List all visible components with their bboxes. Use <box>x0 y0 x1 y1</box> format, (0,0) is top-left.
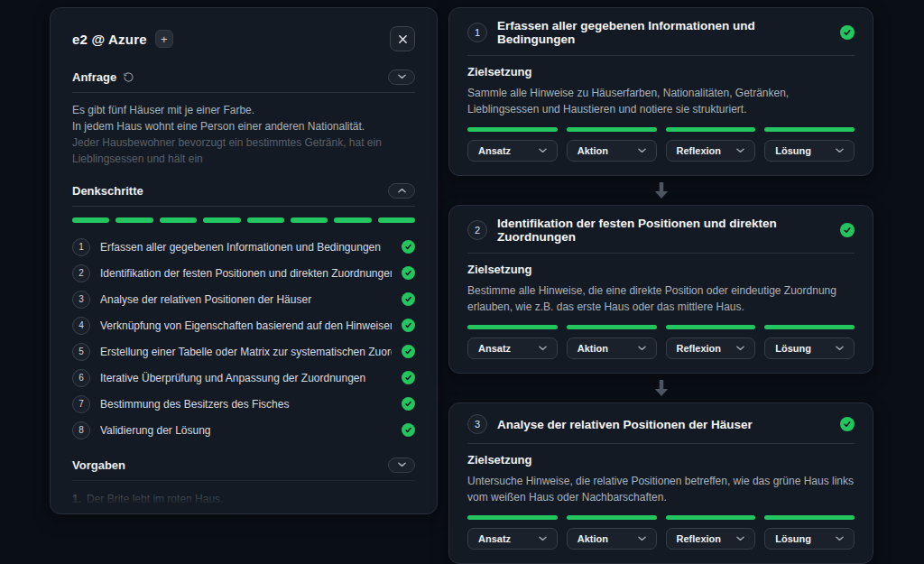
progress-bars <box>467 127 855 132</box>
progress-bar <box>666 127 756 132</box>
card-title: Erfassen aller gegebenen Informationen u… <box>497 19 830 46</box>
progress-bar <box>467 325 558 329</box>
goal-heading: Zielsetzung <box>467 453 855 467</box>
step-row: 5 Erstellung einer Tabelle oder Matrix z… <box>72 338 415 365</box>
progress-bar <box>567 127 657 132</box>
dropdown-row: Ansatz Aktion Reflexion Lösung <box>467 337 855 359</box>
dropdown-row: Ansatz Aktion Reflexion Lösung <box>467 140 855 162</box>
divider <box>72 480 415 481</box>
panel-title: e2 @ Azure <box>72 32 147 47</box>
dropdown-label: Reflexion <box>677 533 722 544</box>
chevron-down-icon <box>736 536 744 541</box>
progress-segment <box>160 217 197 223</box>
dropdown-reflexion[interactable]: Reflexion <box>666 140 756 162</box>
denkschritte-section: Denkschritte 1 Erfassen <box>72 181 415 443</box>
step-number: 7 <box>72 395 90 413</box>
dropdown-aktion[interactable]: Aktion <box>567 337 657 359</box>
progress-bar <box>666 325 756 329</box>
denkschritte-heading: Denkschritte <box>72 184 143 198</box>
anfrage-heading: Anfrage <box>72 70 116 84</box>
step-card-3: 3 Analyse der relativen Positionen der H… <box>448 402 873 564</box>
dropdown-loesung[interactable]: Lösung <box>764 337 855 359</box>
check-icon <box>402 345 415 358</box>
page: e2 @ Azure + Anfrage Es gibt fünf Häuser… <box>0 0 924 564</box>
divider <box>467 55 855 56</box>
dropdown-label: Aktion <box>578 533 608 544</box>
rule-item: 2. Der Schwede hält einen Hund. <box>72 509 415 514</box>
anfrage-section: Anfrage Es gibt fünf Häuser mit je einer… <box>72 68 415 167</box>
step-number: 5 <box>72 343 90 361</box>
check-icon <box>402 423 415 437</box>
progress-bar <box>764 515 855 520</box>
step-number-badge: 2 <box>467 220 487 240</box>
anfrage-line: Jeder Hausbewohner bevorzugt ein bestimm… <box>72 134 415 167</box>
arrow-down-icon <box>653 181 670 199</box>
divider <box>467 253 855 254</box>
progress-bar <box>467 515 558 520</box>
step-number: 3 <box>72 291 90 309</box>
dropdown-label: Ansatz <box>478 145 511 156</box>
arrow-down-icon <box>653 379 670 397</box>
step-number: 6 <box>72 369 90 387</box>
progress-bar <box>666 515 756 520</box>
dropdown-loesung[interactable]: Lösung <box>764 140 855 162</box>
steps-column: 1 Erfassen aller gegebenen Informationen… <box>448 7 873 564</box>
anfrage-line: In jedem Haus wohnt eine Person einer an… <box>72 118 415 134</box>
step-number-badge: 3 <box>467 414 487 434</box>
check-icon <box>402 266 415 280</box>
dropdown-ansatz[interactable]: Ansatz <box>467 337 558 359</box>
rule-item: 1. Der Brite lebt im roten Haus. <box>72 490 415 509</box>
rules-list: 1. Der Brite lebt im roten Haus. 2. Der … <box>72 490 415 514</box>
check-icon <box>402 319 415 332</box>
step-label: Verknüpfung von Eigenschaften basierend … <box>100 319 392 332</box>
check-circle-icon <box>840 417 855 431</box>
chevron-down-icon <box>398 462 406 467</box>
close-button[interactable] <box>390 26 415 51</box>
step-row: 6 Iterative Überprüfung und Anpassung de… <box>72 365 415 391</box>
history-icon <box>123 71 134 83</box>
anfrage-collapse-button[interactable] <box>388 69 415 85</box>
dropdown-label: Reflexion <box>677 145 722 156</box>
denkschritte-collapse-button[interactable] <box>388 183 415 199</box>
card-title: Identifikation der festen Positionen und… <box>497 217 830 244</box>
add-button[interactable]: + <box>155 30 173 48</box>
step-label: Erfassen aller gegebenen Informationen u… <box>100 241 392 254</box>
dropdown-loesung[interactable]: Lösung <box>764 528 855 550</box>
dropdown-label: Reflexion <box>677 343 722 354</box>
dropdown-ansatz[interactable]: Ansatz <box>467 140 558 162</box>
dropdown-reflexion[interactable]: Reflexion <box>666 528 756 550</box>
dropdown-aktion[interactable]: Aktion <box>567 140 657 162</box>
chevron-down-icon <box>539 148 547 153</box>
progress-bar <box>467 127 558 132</box>
dropdown-row: Ansatz Aktion Reflexion Lösung <box>467 528 855 550</box>
dropdown-reflexion[interactable]: Reflexion <box>666 337 756 359</box>
chevron-down-icon <box>836 536 844 541</box>
check-circle-icon <box>840 223 855 237</box>
rule-text: Der Brite lebt im roten Haus. <box>87 490 223 509</box>
rule-number: 1. <box>72 490 81 509</box>
flow-arrow <box>448 374 873 402</box>
check-icon <box>402 292 415 306</box>
step-row: 7 Bestimmung des Besitzers des Fisches <box>72 391 415 417</box>
progress-segment <box>291 217 328 223</box>
dropdown-label: Lösung <box>775 533 811 544</box>
step-card-1: 1 Erfassen aller gegebenen Informationen… <box>448 7 873 176</box>
progress-segment <box>203 217 240 223</box>
chevron-down-icon <box>836 148 844 153</box>
divider <box>72 92 415 93</box>
chevron-down-icon <box>398 74 406 79</box>
chevron-down-icon <box>539 346 547 351</box>
dropdown-aktion[interactable]: Aktion <box>567 528 657 550</box>
step-label: Identifikation der festen Positionen und… <box>100 267 392 280</box>
dropdown-label: Ansatz <box>478 533 511 544</box>
progress-bars <box>467 515 855 520</box>
step-row: 8 Validierung der Lösung <box>72 417 415 443</box>
dropdown-label: Aktion <box>578 343 608 354</box>
rule-number: 2. <box>72 509 81 514</box>
vorgaben-collapse-button[interactable] <box>388 458 415 473</box>
card-header: 2 Identifikation der festen Positionen u… <box>467 217 855 244</box>
dropdown-ansatz[interactable]: Ansatz <box>467 528 558 550</box>
step-label: Analyse der relativen Positionen der Häu… <box>100 293 392 306</box>
progress-bar <box>764 127 855 132</box>
card-title: Analyse der relativen Positionen der Häu… <box>497 418 830 431</box>
